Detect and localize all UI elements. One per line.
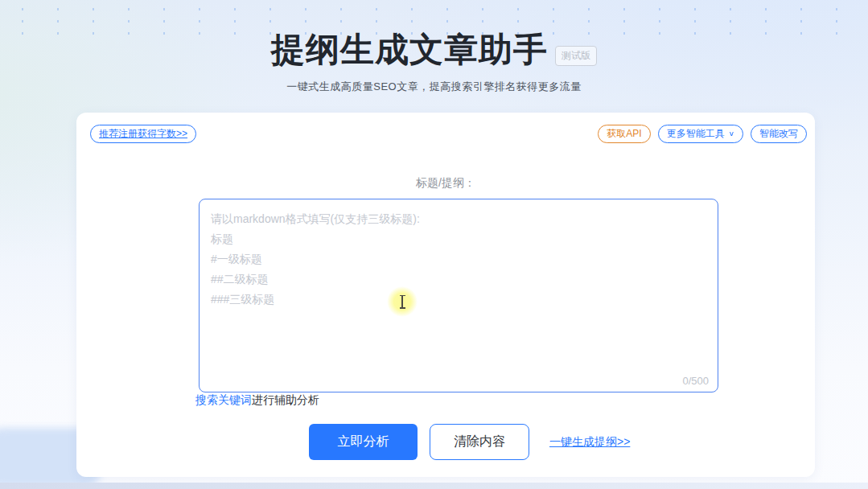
clear-button[interactable]: 清除内容	[430, 424, 529, 460]
main-card: 推荐注册获得字数>> 获取API 更多智能工具 ∨ 智能改写 标题/提纲： 0/…	[76, 113, 815, 477]
page-header: 提纲生成文章助手 测试版 一键式生成高质量SEO文章，提高搜索引擎排名获得更多流…	[0, 27, 868, 94]
toolbar-right: 获取API 更多智能工具 ∨ 智能改写	[598, 125, 807, 143]
outline-textarea-wrap: 0/500	[199, 199, 718, 392]
chevron-down-icon: ∨	[729, 130, 734, 138]
smart-rewrite-button[interactable]: 智能改写	[751, 125, 807, 143]
text-cursor	[387, 286, 418, 317]
page-title: 提纲生成文章助手	[271, 27, 548, 72]
beta-badge: 测试版	[555, 46, 597, 66]
helper-text: 进行辅助分析	[252, 393, 319, 406]
actions-row: 立即分析 清除内容 一键生成提纲>>	[309, 424, 630, 460]
ibeam-cursor-icon	[401, 296, 403, 308]
helper-row: 搜索关键词进行辅助分析	[195, 393, 319, 408]
analyze-button[interactable]: 立即分析	[309, 424, 418, 460]
char-counter: 0/500	[682, 375, 709, 387]
referral-link[interactable]: 推荐注册获得字数>>	[90, 125, 196, 143]
outline-textarea[interactable]	[199, 199, 718, 392]
generate-outline-link[interactable]: 一键生成提纲>>	[549, 435, 630, 450]
more-tools-button[interactable]: 更多智能工具 ∨	[658, 125, 743, 143]
page-subtitle: 一键式生成高质量SEO文章，提高搜索引擎排名获得更多流量	[0, 80, 868, 94]
more-tools-label: 更多智能工具	[667, 127, 725, 141]
bottom-strip	[0, 483, 868, 489]
outline-label: 标题/提纲：	[76, 176, 815, 191]
page: 提纲生成文章助手 测试版 一键式生成高质量SEO文章，提高搜索引擎排名获得更多流…	[0, 0, 868, 489]
search-keywords-link[interactable]: 搜索关键词	[195, 393, 252, 406]
get-api-button[interactable]: 获取API	[598, 125, 650, 143]
